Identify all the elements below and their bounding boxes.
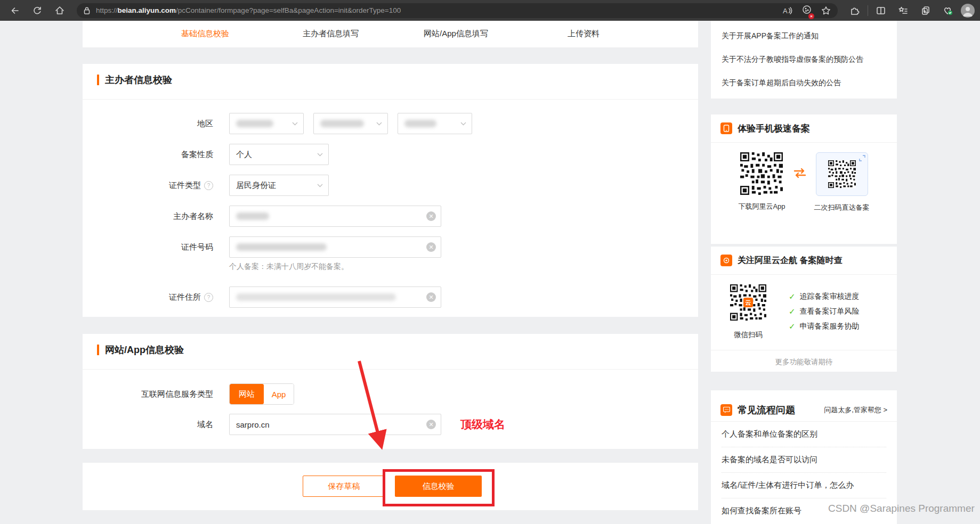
split-screen-icon[interactable] — [871, 3, 890, 19]
option-app[interactable]: App — [264, 384, 294, 404]
step-site-info: 网站/App信息填写 — [424, 29, 488, 39]
wechat-card-title: 关注阿里云企航 备案随时查 — [738, 255, 842, 266]
app-download-qr-code — [740, 152, 783, 195]
wechat-qr-code: 云 — [730, 284, 766, 321]
chevron-down-icon — [317, 184, 323, 187]
collections-icon[interactable] — [894, 3, 913, 19]
section-accent-bar — [97, 75, 99, 85]
read-aloud-icon[interactable]: A — [781, 5, 793, 16]
help-icon[interactable]: ? — [204, 293, 213, 302]
back-icon[interactable] — [5, 3, 25, 19]
extensions-icon[interactable] — [845, 3, 864, 19]
refresh-icon[interactable] — [28, 3, 47, 19]
nature-value: 个人 — [236, 150, 252, 160]
chevron-down-icon — [292, 122, 298, 126]
actions-bar: 保存草稿 信息校验 — [83, 463, 698, 510]
announcement-link[interactable]: 关于开展APP备案工作的通知 — [722, 31, 886, 41]
cert-addr-row: 证件住所 ? ✕ — [83, 286, 441, 308]
cert-addr-input[interactable]: ✕ — [229, 286, 441, 308]
service-type-label: 互联网信息服务类型 — [83, 389, 213, 399]
svg-text:A: A — [783, 7, 788, 15]
faq-card-title: 常见流程问题 — [738, 404, 795, 416]
feature-item: 查看备案订单风险 — [800, 307, 860, 316]
region-row: 地区 — [83, 113, 482, 134]
csdn-watermark: CSDN @Sarapines Programmer — [828, 503, 975, 514]
cert-no-label: 证件号码 — [83, 242, 213, 252]
service-type-row: 互联网信息服务类型 网站 App — [83, 383, 294, 405]
domain-input[interactable]: sarpro.cn ✕ — [229, 414, 441, 435]
redacted-value — [320, 120, 364, 127]
browser-toolbar: https://beian.aliyun.com/pcContainer/for… — [0, 0, 980, 21]
browser-essentials-icon[interactable] — [938, 3, 958, 19]
redacted-value — [236, 120, 273, 127]
owner-name-row: 主办者名称 ✕ — [83, 206, 441, 227]
faq-more-link[interactable]: 问题太多,管家帮您 > — [824, 405, 887, 415]
mobile-filing-card: 体验手机极速备案 下载阿里云App 二次扫码直达备案 — [711, 114, 897, 244]
section-divider — [83, 99, 698, 100]
cert-type-label: 证件类型 — [169, 181, 201, 191]
announcement-link[interactable]: 关于不法分子教唆指导虚假备案的预防公告 — [722, 55, 886, 64]
check-icon: ✓ — [789, 322, 796, 331]
chevron-down-icon — [460, 122, 466, 126]
cert-addr-label: 证件住所 — [169, 292, 201, 302]
mobile-card-title: 体验手机极速备案 — [738, 122, 810, 135]
aliyun-qihang-icon — [720, 255, 732, 266]
faq-link[interactable]: 域名/证件/主体有进行中订单，怎么办 — [722, 472, 886, 498]
clear-icon[interactable]: ✕ — [426, 242, 436, 252]
owner-section-header: 主办者信息校验 — [97, 73, 172, 86]
feature-item: 申请备案服务协助 — [800, 322, 860, 331]
step-basic-check: 基础信息校验 — [181, 29, 229, 39]
section-divider — [83, 369, 698, 370]
transfer-arrows-icon — [793, 167, 807, 179]
announcement-link[interactable]: 关于备案订单超期后自动失效的公告 — [722, 78, 886, 88]
save-draft-button[interactable]: 保存草稿 — [303, 476, 385, 497]
card-divider — [711, 350, 897, 350]
owner-name-input[interactable]: ✕ — [229, 206, 441, 227]
highlight-box-annotation — [383, 469, 495, 506]
lock-icon — [83, 6, 91, 15]
region-province-select[interactable] — [229, 113, 304, 134]
faq-link[interactable]: 未备案的域名是否可以访问 — [722, 447, 886, 472]
nature-label: 备案性质 — [83, 150, 213, 160]
address-bar[interactable]: https://beian.aliyun.com/pcContainer/for… — [77, 3, 838, 18]
check-icon: ✓ — [789, 307, 796, 316]
profile-avatar[interactable] — [961, 4, 975, 18]
nature-select[interactable]: 个人 — [229, 144, 329, 165]
cookie-blocked-icon[interactable]: × — [801, 4, 812, 17]
domain-label: 域名 — [83, 420, 213, 430]
favorite-star-icon[interactable] — [821, 5, 831, 16]
section-accent-bar — [97, 345, 99, 355]
redacted-value — [236, 212, 269, 220]
clear-icon[interactable]: ✕ — [426, 420, 436, 429]
faq-link[interactable]: 个人备案和单位备案的区别 — [722, 422, 886, 447]
redacted-value — [236, 243, 327, 251]
scan-to-filing-qr-code — [816, 152, 868, 196]
home-icon[interactable] — [50, 3, 69, 19]
redacted-value — [236, 293, 396, 301]
site-section: 网站/App信息校验 互联网信息服务类型 网站 App 域名 sarpro.cn… — [83, 334, 698, 449]
owner-section: 主办者信息校验 地区 备案性质 个人 — [83, 64, 698, 317]
cert-type-value: 居民身份证 — [236, 181, 276, 191]
top-level-domain-annotation: 顶级域名 — [460, 417, 505, 432]
redacted-value — [404, 120, 436, 127]
region-city-select[interactable] — [313, 113, 388, 134]
owner-name-label: 主办者名称 — [83, 211, 213, 222]
announcements-card: 关于开展APP备案工作的通知 关于不法分子教唆指导虚假备案的预防公告 关于备案订… — [711, 21, 897, 99]
owner-section-title: 主办者信息校验 — [105, 73, 172, 86]
tab-duplicate-icon[interactable] — [916, 3, 935, 19]
help-icon[interactable]: ? — [204, 181, 213, 190]
clear-icon[interactable]: ✕ — [426, 211, 436, 221]
toolbar-divider — [868, 5, 868, 16]
clear-icon[interactable]: ✕ — [426, 292, 436, 302]
chevron-down-icon — [376, 122, 382, 126]
site-section-title: 网站/App信息校验 — [105, 343, 184, 356]
qr-caption-left: 下载阿里云App — [738, 202, 785, 211]
option-website[interactable]: 网站 — [230, 384, 264, 404]
region-district-select[interactable] — [398, 113, 472, 134]
phone-icon — [720, 122, 732, 134]
steps-bar: 基础信息校验 主办者信息填写 网站/App信息填写 上传资料 — [83, 21, 698, 47]
feature-item: 追踪备案审核进度 — [800, 292, 860, 301]
qr-center-logo: 云 — [743, 298, 753, 307]
cert-type-select[interactable]: 居民身份证 — [229, 175, 329, 196]
cert-no-input[interactable]: ✕ — [229, 236, 441, 258]
